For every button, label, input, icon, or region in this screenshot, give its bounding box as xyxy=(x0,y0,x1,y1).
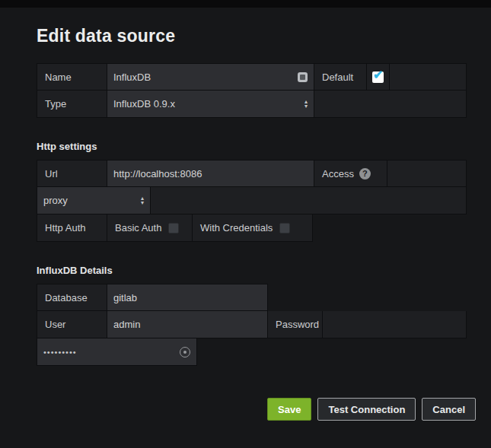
type-select-value: InfluxDB 0.9.x xyxy=(113,98,175,110)
access-row-filler xyxy=(387,160,467,187)
user-row-filler xyxy=(323,311,467,338)
save-button[interactable]: Save xyxy=(267,398,311,421)
database-input[interactable] xyxy=(113,292,261,303)
user-input[interactable] xyxy=(113,319,261,330)
http-settings-table: Url Access ? proxy ▴ ▾ Http Auth xyxy=(37,160,467,242)
user-label: User xyxy=(37,311,107,338)
check-icon: ✔ xyxy=(373,68,383,82)
basic-auth-checkbox[interactable] xyxy=(168,223,179,234)
top-bar xyxy=(0,0,491,8)
page-title: Edit data source xyxy=(37,26,476,46)
url-label: Url xyxy=(37,160,107,187)
http-auth-label: Http Auth xyxy=(37,214,107,242)
with-credentials-checkbox[interactable] xyxy=(279,223,290,234)
user-row: User Password xyxy=(37,311,467,338)
with-credentials-cell: With Credentials xyxy=(193,214,313,242)
access-label: Access xyxy=(322,168,354,180)
url-input[interactable] xyxy=(113,168,308,180)
name-input-cell xyxy=(107,63,314,91)
influxdb-details-table: Database User Password xyxy=(37,284,467,366)
influxdb-details-title: InfluxDB Details xyxy=(37,265,476,276)
url-row: Url Access ? xyxy=(37,160,467,187)
basic-auth-label: Basic Auth xyxy=(115,222,161,234)
access-select-value: proxy xyxy=(43,195,68,206)
access-select-row: proxy ▴ ▾ xyxy=(37,187,467,214)
name-label: Name xyxy=(37,63,107,91)
type-row-filler xyxy=(314,91,467,118)
user-input-cell xyxy=(107,311,268,338)
select-arrows-icon: ▴ ▾ xyxy=(304,100,308,109)
access-label-cell: Access ? xyxy=(314,160,387,187)
type-select[interactable]: InfluxDB 0.9.x ▴ ▾ xyxy=(107,91,314,118)
default-label: Default xyxy=(314,63,367,91)
default-checkbox-cell: ✔ xyxy=(367,63,390,91)
with-credentials-label: With Credentials xyxy=(200,222,273,234)
select-arrows-icon: ▴ ▾ xyxy=(141,196,144,205)
name-row-filler xyxy=(390,63,467,91)
action-buttons: Save Test Connection Cancel xyxy=(37,398,476,421)
test-connection-button[interactable]: Test Connection xyxy=(317,398,416,421)
cancel-button[interactable]: Cancel xyxy=(422,398,476,421)
access-select-filler xyxy=(151,187,467,214)
default-checkbox[interactable]: ✔ xyxy=(372,71,384,83)
name-row: Name Default ✔ xyxy=(37,63,467,91)
name-input[interactable] xyxy=(113,71,298,83)
database-label: Database xyxy=(37,284,107,311)
edit-datasource-page: Edit data source Name Default ✔ Type Inf… xyxy=(0,8,491,421)
password-input-cell xyxy=(37,338,197,366)
type-row: Type InfluxDB 0.9.x ▴ ▾ xyxy=(37,91,467,118)
access-select[interactable]: proxy ▴ ▾ xyxy=(37,187,151,214)
basic-auth-cell: Basic Auth xyxy=(107,214,193,242)
password-row xyxy=(37,338,467,366)
http-settings-title: Http settings xyxy=(37,141,476,152)
basic-settings-table: Name Default ✔ Type InfluxDB 0.9.x ▴ ▾ xyxy=(37,63,467,118)
type-label: Type xyxy=(37,91,107,118)
autofill-icon xyxy=(298,72,308,82)
password-input[interactable] xyxy=(43,348,180,357)
password-label: Password xyxy=(268,311,323,338)
http-auth-row: Http Auth Basic Auth With Credentials xyxy=(37,214,467,242)
database-input-cell xyxy=(107,284,268,311)
password-reveal-icon[interactable] xyxy=(180,347,190,357)
url-input-cell xyxy=(107,160,314,187)
help-icon[interactable]: ? xyxy=(359,168,371,180)
database-row: Database xyxy=(37,284,467,311)
